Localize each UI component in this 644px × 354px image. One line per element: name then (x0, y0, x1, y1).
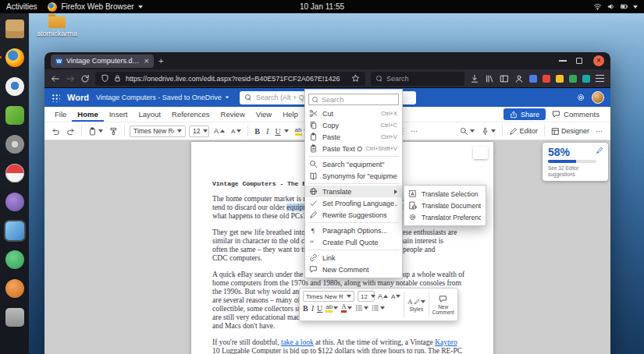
mini-shrink-font-button[interactable]: A (391, 293, 400, 300)
library-icon[interactable] (485, 74, 494, 83)
url-bar[interactable]: https://onedrive.live.com/edit.aspx?resi… (95, 72, 365, 86)
close-button[interactable]: × (593, 55, 604, 66)
mini-font-color-button[interactable]: A (341, 303, 352, 313)
font-size-combo[interactable]: 12 (189, 126, 209, 137)
menu-item-set-proofing-language[interactable]: Set Proofing Language... (305, 197, 402, 209)
bold-button[interactable]: B (253, 125, 262, 138)
font-name-combo[interactable]: Times New Ro (130, 126, 186, 137)
download-icon[interactable] (470, 74, 479, 83)
comments-button[interactable]: Comments (546, 110, 606, 119)
bookmark-star-icon[interactable] (351, 74, 360, 83)
mini-numbering-button[interactable] (372, 304, 385, 312)
editor-button[interactable]: Editor (507, 125, 539, 138)
minimize-button[interactable] (559, 60, 567, 62)
account-icon[interactable] (514, 74, 524, 83)
desktop-folder-atomickarma[interactable]: atomickarma (36, 16, 78, 37)
submenu-item-translate-selection[interactable]: Translate Selection (404, 188, 486, 200)
context-menu-search[interactable] (308, 94, 399, 105)
mini-bold-button[interactable]: B (303, 304, 308, 313)
collapsed-comment-card[interactable] (473, 147, 488, 159)
menu-item-new-comment[interactable]: New Comment (305, 264, 402, 275)
extension-icon-green[interactable] (569, 75, 577, 83)
mini-font-size-combo[interactable]: 12 (358, 291, 375, 302)
ribbon-more-button[interactable]: ⋯ (594, 125, 605, 138)
hyperlink[interactable]: take a look (281, 338, 314, 346)
tab-references[interactable]: References (166, 107, 215, 122)
extension-icon-yellow[interactable] (556, 75, 564, 83)
activities-button[interactable]: Activities (6, 2, 37, 11)
app-menu[interactable]: Firefox Web Browser (48, 2, 142, 12)
avatar[interactable] (592, 91, 604, 104)
mini-bullets-button[interactable] (355, 304, 368, 312)
menu-item-cut[interactable]: CutCtrl+X (305, 108, 402, 119)
document-name-header[interactable]: Vintage Computers - Saved to OneDrive (96, 94, 229, 101)
menu-item-link[interactable]: Link (305, 252, 402, 264)
new-tab-button[interactable]: + (158, 57, 163, 65)
tab-insert[interactable]: Insert (104, 107, 133, 122)
back-button[interactable] (51, 74, 60, 83)
italic-button[interactable]: I (265, 125, 270, 138)
dock-icon-help-browser[interactable] (4, 76, 26, 97)
tab-home[interactable]: Home (72, 107, 103, 122)
context-menu-search-input[interactable] (322, 96, 395, 104)
dock-icon-firefox[interactable] (4, 47, 26, 69)
menu-item-copy[interactable]: CopyCtrl+C (305, 119, 402, 131)
doc-line[interactable]: and Macs don't have. (212, 322, 493, 331)
system-tray[interactable] (593, 2, 638, 11)
extension-icon-red[interactable] (543, 75, 550, 83)
forward-button[interactable] (66, 74, 75, 83)
tab-file[interactable]: File (49, 107, 72, 122)
paste-button[interactable] (87, 125, 105, 138)
menu-item-paste-text-only[interactable]: Paste Text OnlyCtrl+Shift+V (305, 143, 402, 154)
settings-gear-icon[interactable] (576, 93, 585, 102)
browser-tab[interactable]: W Vintage Computers.docx × (51, 55, 154, 68)
browser-search-input[interactable] (386, 75, 459, 83)
menu-item-search-equipment[interactable]: Search "equipment" (305, 158, 402, 170)
dock-icon-software[interactable] (4, 104, 26, 126)
app-launcher-icon[interactable] (52, 94, 60, 102)
menu-item-paragraph-options[interactable]: Paragraph Options... (305, 225, 402, 236)
grow-font-button[interactable]: A (212, 125, 226, 138)
undo-button[interactable] (50, 125, 62, 138)
submenu-item-translate-document[interactable]: Translate Document (404, 200, 486, 211)
redo-button[interactable] (65, 125, 76, 138)
editor-score-card[interactable]: 58% See 32 Editor suggestions (543, 143, 608, 181)
hyperlink[interactable]: Kaypro (435, 338, 457, 346)
menu-item-synonyms[interactable]: Synonyms for "equipment" (305, 170, 402, 182)
format-painter-button[interactable] (108, 125, 119, 138)
mini-grow-font-button[interactable]: A (378, 292, 388, 300)
mini-highlight-button[interactable]: ab (326, 303, 338, 313)
submenu-item-translator-preferences[interactable]: Translator Preferences... (404, 211, 486, 223)
designer-button[interactable]: Designer (550, 125, 591, 138)
menu-item-rewrite-suggestions[interactable]: Rewrite Suggestions (305, 209, 402, 221)
editor-suggestions-link[interactable]: See 32 Editor suggestions (548, 165, 593, 177)
dock-icon-music[interactable] (4, 278, 26, 299)
doc-line[interactable]: home computers from the 1970s and 1980s,… (212, 279, 493, 288)
dock-icon-active-app[interactable] (4, 220, 26, 242)
shield-icon[interactable] (101, 74, 109, 83)
dock-icon-settings[interactable] (4, 133, 26, 155)
tab-view[interactable]: View (251, 107, 277, 122)
tab-help[interactable]: Help (277, 107, 304, 122)
tab-review[interactable]: Review (215, 107, 251, 122)
lock-icon[interactable] (113, 74, 122, 83)
dock-icon-media-player[interactable] (4, 191, 26, 213)
doc-line[interactable]: If you're still doubtful, take a look at… (212, 338, 493, 347)
reload-button[interactable] (80, 74, 90, 83)
underline-button[interactable]: U (273, 125, 290, 138)
tab-close-icon[interactable]: × (144, 57, 149, 65)
dictate-button[interactable] (479, 125, 497, 138)
menu-icon[interactable] (596, 75, 604, 82)
tab-layout[interactable]: Layout (133, 107, 166, 122)
extension-icon-blue[interactable] (529, 75, 537, 83)
doc-line[interactable]: 10 Luggable Computer is bid up to $122 d… (212, 347, 493, 354)
mini-italic-button[interactable]: I (311, 304, 314, 313)
sidebar-icon[interactable] (500, 74, 509, 83)
ribbon-overflow-button[interactable]: ⋯ (409, 125, 420, 138)
menu-item-translate[interactable]: Translate (305, 186, 402, 197)
find-button[interactable] (458, 125, 476, 138)
extension-icon-teal[interactable] (582, 75, 590, 83)
word-brand[interactable]: Word (67, 93, 89, 102)
menu-item-create-pull-quote[interactable]: Create Pull Quote (305, 236, 402, 248)
mini-font-name-combo[interactable]: Times New Ro (303, 291, 354, 302)
